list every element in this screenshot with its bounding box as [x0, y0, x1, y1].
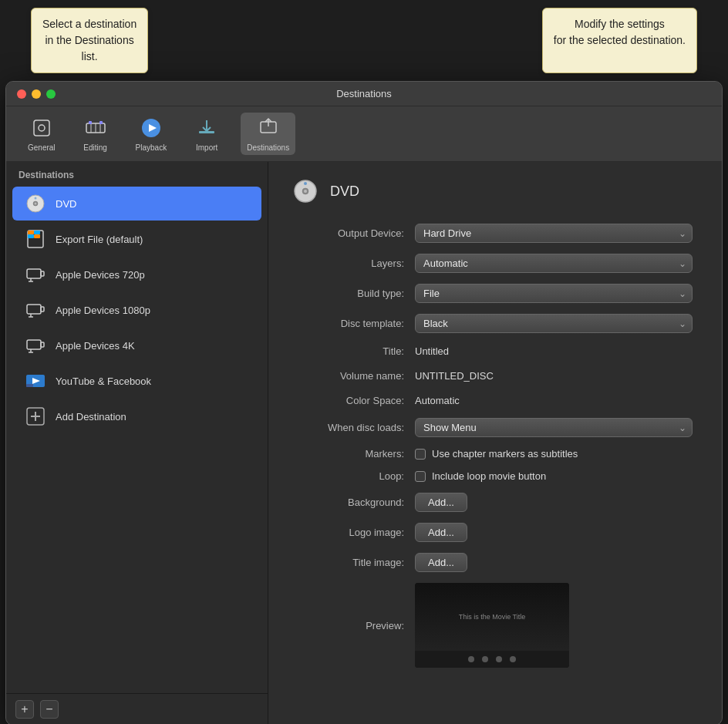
label-output-device: Output Device:: [292, 227, 415, 239]
toolbar-item-editing[interactable]: Editing: [77, 113, 114, 155]
select-wrapper-disc-template: Black White Custom: [415, 314, 693, 333]
form-row-disc-template: Disc template: Black White Custom: [292, 314, 699, 333]
svg-rect-27: [27, 305, 41, 314]
sidebar-item-apple-1080[interactable]: Apple Devices 1080p: [12, 293, 261, 327]
svg-rect-6: [89, 121, 92, 124]
control-preview: This is the Movie Title: [415, 583, 699, 668]
form-row-layers: Layers: Automatic Single Layer Dual Laye…: [292, 254, 699, 273]
sidebar-header: Destinations: [6, 162, 268, 185]
add-item-button[interactable]: +: [15, 700, 34, 719]
select-when-disc-loads[interactable]: Show Menu Play Movie: [415, 418, 693, 437]
svg-point-17: [35, 197, 37, 200]
toolbar-item-general[interactable]: General: [22, 113, 62, 155]
dvd-icon: [25, 193, 46, 214]
sidebar-label-apple-4k: Apple Devices 4K: [56, 340, 135, 352]
label-disc-template: Disc template:: [292, 318, 415, 329]
select-build-type[interactable]: File Disc Image VIDEO_TS folder: [415, 284, 693, 303]
form-row-volume-name: Volume name: UNTITLED_DISC: [292, 369, 699, 382]
panel-dvd-icon: [292, 177, 319, 205]
sidebar-item-apple-4k[interactable]: Apple Devices 4K: [12, 328, 261, 362]
control-build-type: File Disc Image VIDEO_TS folder: [415, 284, 699, 303]
import-icon: [194, 116, 219, 140]
label-loop: Loop:: [292, 470, 415, 482]
form-row-output-device: Output Device: Hard Drive DVD Burner: [292, 224, 699, 243]
form-row-title-image: Title image: Add...: [292, 553, 699, 572]
control-markers: Use chapter markers as subtitles: [415, 448, 699, 460]
close-button[interactable]: [17, 89, 26, 99]
select-disc-template[interactable]: Black White Custom: [415, 314, 693, 333]
sidebar-item-export-file[interactable]: Export File (default): [12, 222, 261, 256]
select-wrapper-build-type: File Disc Image VIDEO_TS folder: [415, 284, 693, 303]
sidebar-item-apple-720[interactable]: Apple Devices 720p: [12, 258, 261, 291]
control-title: Untitled: [415, 344, 699, 358]
tooltip-area: Select a destination in the Destinations…: [0, 0, 728, 81]
form-row-title: Title: Untitled: [292, 344, 699, 358]
form-row-color-space: Color Space: Automatic: [292, 393, 699, 407]
add-logo-button[interactable]: Add...: [415, 523, 467, 542]
label-color-space: Color Space:: [292, 395, 415, 406]
apple-720-icon: [25, 264, 46, 285]
svg-rect-23: [27, 269, 41, 278]
toolbar-item-destinations[interactable]: Destinations: [241, 113, 295, 155]
control-volume-name: UNTITLED_DISC: [415, 369, 699, 382]
add-background-button[interactable]: Add...: [415, 493, 467, 512]
label-title: Title:: [292, 345, 415, 357]
preview-btn-4[interactable]: [510, 656, 516, 662]
export-file-icon: [25, 228, 46, 250]
sidebar-label-export-file: Export File (default): [56, 234, 143, 245]
zoom-button[interactable]: [46, 89, 56, 99]
sidebar-item-add-destination[interactable]: Add Destination: [12, 399, 261, 433]
preview-btn-2[interactable]: [482, 656, 488, 662]
select-wrapper-output-device: Hard Drive DVD Burner: [415, 224, 693, 243]
form-row-logo-image: Logo image: Add...: [292, 523, 699, 542]
checkbox-row-markers: Use chapter markers as subtitles: [415, 448, 699, 460]
control-title-image: Add...: [415, 553, 699, 572]
value-title: Untitled: [415, 345, 449, 357]
traffic-lights: [17, 89, 56, 99]
panel-title-row: DVD: [292, 177, 699, 205]
sidebar-list: DVD Export File (default): [6, 185, 268, 693]
form-row-when-disc-loads: When disc loads: Show Menu Play Movie: [292, 418, 699, 437]
form-row-loop: Loop: Include loop movie button: [292, 470, 699, 482]
label-build-type: Build type:: [292, 288, 415, 299]
preview-box: This is the Movie Title: [415, 583, 569, 668]
sidebar-item-dvd[interactable]: DVD: [12, 187, 261, 221]
label-when-disc-loads: When disc loads:: [292, 422, 415, 433]
control-when-disc-loads: Show Menu Play Movie: [415, 418, 699, 437]
destinations-icon: [256, 116, 281, 140]
svg-rect-32: [41, 342, 44, 347]
minimize-button[interactable]: [32, 89, 41, 99]
sidebar-label-dvd: DVD: [56, 198, 76, 210]
apple-1080-icon: [25, 299, 46, 321]
form-row-markers: Markers: Use chapter markers as subtitle…: [292, 448, 699, 460]
sidebar-label-apple-1080: Apple Devices 1080p: [56, 305, 150, 316]
preview-btn-3[interactable]: [496, 656, 502, 662]
remove-item-button[interactable]: −: [40, 700, 59, 719]
preview-play-btn[interactable]: [468, 656, 474, 662]
label-logo-image: Logo image:: [292, 527, 415, 538]
select-layers[interactable]: Automatic Single Layer Dual Layer: [415, 254, 693, 273]
svg-rect-0: [34, 120, 49, 136]
control-background: Add...: [415, 493, 699, 512]
sidebar-item-youtube-facebook[interactable]: YouTube & Facebook: [12, 364, 261, 398]
control-color-space: Automatic: [415, 393, 699, 407]
toolbar: General Editing: [6, 106, 722, 162]
preview-movie-title: This is the Movie Title: [459, 613, 526, 621]
select-output-device[interactable]: Hard Drive DVD Burner: [415, 224, 693, 243]
sidebar-label-apple-720: Apple Devices 720p: [56, 269, 145, 281]
svg-rect-28: [41, 307, 44, 311]
toolbar-label-destinations: Destinations: [247, 143, 289, 152]
form-row-preview: Preview: This is the Movie Title: [292, 583, 699, 668]
checkbox-loop[interactable]: [415, 471, 426, 482]
svg-point-16: [35, 203, 37, 205]
toolbar-label-playback: Playback: [136, 143, 167, 152]
checkbox-markers[interactable]: [415, 449, 426, 460]
toolbar-item-import[interactable]: Import: [188, 113, 225, 155]
main-window: Destinations General: [5, 81, 723, 724]
value-volume-name: UNTITLED_DISC: [415, 370, 494, 382]
preview-content: This is the Movie Title: [415, 583, 569, 651]
checkbox-row-loop: Include loop movie button: [415, 470, 699, 482]
add-title-image-button[interactable]: Add...: [415, 553, 467, 572]
toolbar-item-playback[interactable]: Playback: [130, 113, 174, 155]
label-title-image: Title image:: [292, 557, 415, 568]
